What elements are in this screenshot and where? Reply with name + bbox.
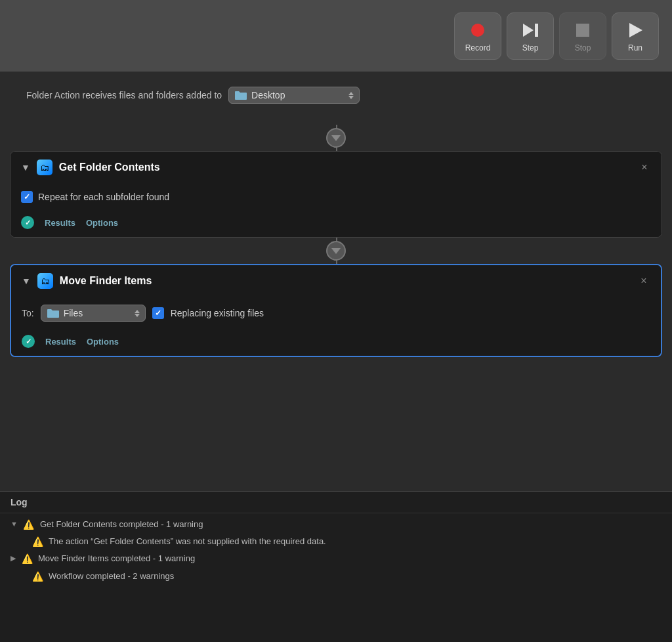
- svg-marker-3: [629, 23, 642, 37]
- connector-node-top: [326, 128, 346, 148]
- move-finder-items-body: To: Files Replacing existing files: [11, 297, 661, 330]
- to-label: To:: [22, 308, 34, 318]
- record-label: Record: [465, 43, 491, 53]
- main-content: Folder Action receives files and folders…: [0, 72, 672, 491]
- repeat-subfolder-checkbox[interactable]: [21, 191, 33, 203]
- svg-marker-0: [523, 24, 534, 37]
- folder-action-text: Folder Action receives files and folders…: [26, 90, 222, 100]
- svg-rect-1: [535, 24, 538, 37]
- stop-button[interactable]: Stop: [559, 12, 606, 60]
- replacing-files-label: Replacing existing files: [171, 308, 264, 318]
- move-finder-items-collapse[interactable]: ▼: [22, 276, 31, 286]
- move-finder-items-icon: 🗂: [37, 273, 53, 289]
- to-folder-name: Files: [64, 308, 83, 318]
- get-folder-contents-footer: Results Options: [10, 211, 662, 237]
- folder-select[interactable]: Desktop: [228, 87, 360, 104]
- get-folder-contents-results[interactable]: Results: [45, 218, 75, 228]
- step-button[interactable]: Step: [507, 12, 554, 60]
- get-folder-contents-title: Get Folder Contents: [59, 161, 631, 173]
- log-section: Log ▼ ⚠️ Get Folder Contents completed -…: [0, 491, 672, 642]
- warning-icon-1: ⚠️: [32, 536, 43, 547]
- get-folder-contents-card: ▼ 🗂 Get Folder Contents × Repeat for eac…: [10, 151, 662, 238]
- get-folder-contents-header: ▼ 🗂 Get Folder Contents ×: [10, 152, 662, 183]
- connector-top: [0, 125, 672, 151]
- folder-action-header: Folder Action receives files and folders…: [0, 72, 672, 118]
- replacing-files-checkbox[interactable]: [152, 307, 164, 319]
- step-label: Step: [522, 43, 539, 53]
- move-finder-items-results[interactable]: Results: [45, 337, 76, 347]
- toolbar: Record Step Stop Run: [0, 0, 672, 72]
- log-entries: ▼ ⚠️ Get Folder Contents completed - 1 w…: [0, 513, 672, 642]
- log-text-2: Move Finder Items completed - 1 warning: [38, 553, 195, 565]
- move-finder-items-title: Move Finder Items: [60, 275, 631, 287]
- warning-icon-3: ⚠️: [32, 570, 43, 582]
- folder-select-icon: [234, 90, 247, 100]
- step-icon: [520, 20, 541, 41]
- log-text-3: Workflow completed - 2 warnings: [49, 570, 174, 582]
- log-title: Log: [0, 492, 672, 513]
- get-folder-contents-collapse[interactable]: ▼: [21, 162, 30, 173]
- connector-node-middle: [326, 241, 346, 261]
- workflow-area: ▼ 🗂 Get Folder Contents × Repeat for eac…: [0, 118, 672, 491]
- log-entry-1: ⚠️ The action “Get Folder Contents” was …: [0, 533, 672, 550]
- folder-select-value: Desktop: [251, 90, 285, 100]
- run-button[interactable]: Run: [612, 12, 659, 60]
- stop-label: Stop: [575, 43, 591, 53]
- log-expand-0[interactable]: ▼: [10, 520, 18, 528]
- move-finder-items-footer: Results Options: [11, 330, 661, 356]
- record-button[interactable]: Record: [454, 12, 501, 60]
- move-finder-items-options[interactable]: Options: [87, 337, 119, 347]
- get-folder-contents-status: [21, 216, 34, 229]
- repeat-subfolder-label: Repeat for each subfolder found: [38, 192, 169, 202]
- get-folder-contents-close[interactable]: ×: [638, 161, 651, 174]
- run-label: Run: [628, 43, 642, 53]
- move-finder-items-header: ▼ 🗂 Move Finder Items ×: [11, 265, 661, 297]
- connector-arrow-top: [331, 135, 341, 141]
- to-folder-arrows: [135, 310, 140, 317]
- svg-rect-2: [576, 24, 589, 37]
- get-folder-contents-body: Repeat for each subfolder found: [10, 183, 662, 211]
- to-row: To: Files Replacing existing files: [22, 305, 650, 322]
- folder-select-arrows: [348, 92, 354, 99]
- log-text-0: Get Folder Contents completed - 1 warnin…: [40, 519, 203, 530]
- log-expand-2[interactable]: ▶: [10, 554, 16, 563]
- log-text-1: The action “Get Folder Contents” was not…: [49, 536, 326, 547]
- get-folder-contents-options[interactable]: Options: [86, 218, 118, 228]
- move-finder-items-status: [22, 335, 35, 348]
- log-entry-3: ⚠️ Workflow completed - 2 warnings: [0, 568, 672, 585]
- warning-icon-0: ⚠️: [23, 519, 35, 530]
- to-folder-icon: [47, 308, 60, 318]
- record-icon: [467, 20, 488, 41]
- connector-arrow-middle: [331, 248, 341, 254]
- warning-icon-2: ⚠️: [21, 553, 33, 565]
- stop-icon: [572, 20, 593, 41]
- log-entry-2: ▶ ⚠️ Move Finder Items completed - 1 war…: [0, 550, 672, 567]
- get-folder-contents-icon: 🗂: [37, 160, 52, 175]
- move-finder-items-close[interactable]: ×: [637, 274, 650, 288]
- log-entry-0: ▼ ⚠️ Get Folder Contents completed - 1 w…: [0, 516, 672, 533]
- to-folder-dropdown[interactable]: Files: [41, 305, 146, 322]
- run-icon: [625, 20, 646, 41]
- move-finder-items-card: ▼ 🗂 Move Finder Items × To: Files: [10, 264, 662, 357]
- connector-middle: [0, 238, 672, 264]
- repeat-subfolder-row: Repeat for each subfolder found: [21, 191, 651, 203]
